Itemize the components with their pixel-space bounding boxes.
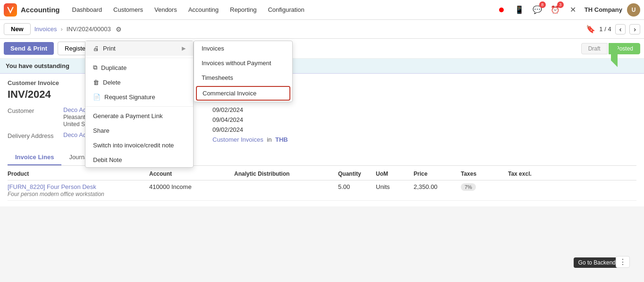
submenu-invoices-without-payment[interactable]: Invoices without Payment [194, 56, 292, 70]
switch-label: Switch into invoice/credit note [93, 142, 174, 149]
breadcrumb-separator: › [60, 26, 62, 33]
nav-dashboard[interactable]: Dashboard [68, 4, 107, 15]
col-uom: UoM [376, 171, 414, 177]
col-tax-excl: Tax excl. [508, 171, 622, 177]
app-logo [4, 3, 17, 17]
red-dot-icon [495, 3, 508, 17]
new-button[interactable]: New [4, 23, 31, 35]
timer-icon[interactable]: ⏰ 3 [549, 3, 562, 17]
customer-label: Customer [8, 106, 59, 114]
chat-icon[interactable]: 💬 8 [531, 3, 544, 17]
menu-duplicate[interactable]: ⧉ Duplicate [85, 60, 193, 75]
status-posted[interactable]: Posted [609, 43, 640, 54]
menu-divider-1 [85, 58, 193, 58]
menu-switch[interactable]: Switch into invoice/credit note [85, 138, 193, 153]
breadcrumb-parent[interactable]: Invoices [34, 26, 57, 33]
menu-request-signature[interactable]: 📄 Request Signature [85, 90, 193, 104]
col-analytic: Analytic Distribution [234, 171, 338, 177]
due-date-value: 09/04/2024 [212, 116, 243, 123]
row-quantity: 5.00 [338, 183, 376, 190]
request-signature-label: Request Signature [104, 94, 155, 101]
debit-note-label: Debit Note [93, 156, 122, 163]
col-product: Product [8, 171, 149, 177]
share-label: Share [93, 127, 110, 134]
invoice-date-field: Invoice Date 09/02/2024 [155, 106, 636, 113]
status-draft[interactable]: Draft [581, 43, 608, 54]
go-to-backend-tooltip: Go to Backend [574, 257, 620, 268]
menu-generate-payment-link[interactable]: Generate a Payment Link [85, 109, 193, 123]
submenu-commercial-invoice[interactable]: Commercial Invoice [196, 86, 290, 101]
more-options-button[interactable]: ⋮ [616, 256, 630, 268]
delivery-address-label: Delivery Address [8, 131, 59, 139]
row-account: 410000 Income [149, 183, 234, 190]
user-avatar[interactable]: U [627, 3, 640, 17]
nav-reporting[interactable]: Reporting [225, 4, 261, 15]
col-price: Price [414, 171, 461, 177]
close-icon[interactable]: ✕ [567, 3, 580, 17]
duplicate-label: Duplicate [101, 64, 127, 71]
right-fields: Invoice Date 09/02/2024 Due Date 09/04/2… [155, 106, 636, 146]
next-record-button[interactable]: › [629, 24, 640, 34]
nav-accounting[interactable]: Accounting [184, 4, 223, 15]
send-print-button[interactable]: Send & Print [4, 42, 54, 55]
top-navigation: Accounting Dashboard Customers Vendors A… [0, 0, 644, 20]
print-submenu: Invoices Invoices without Payment Timesh… [194, 41, 293, 102]
generate-payment-label: Generate a Payment Link [93, 112, 162, 120]
delivery-date-field: Delivery Date 09/02/2024 [155, 126, 636, 133]
signature-icon: 📄 [93, 94, 101, 101]
submenu-timesheets[interactable]: Timesheets [194, 70, 292, 85]
menu-divider-2 [85, 106, 193, 107]
journal-link[interactable]: Customer Invoices [212, 136, 263, 143]
row-price: 2,350.00 [414, 183, 461, 190]
print-icon: 🖨 [93, 45, 99, 52]
prev-record-button[interactable]: ‹ [615, 24, 626, 34]
row-product: [FURN_8220] Four Person Desk Four person… [8, 183, 149, 197]
row-uom: Units [376, 183, 414, 190]
menu-print[interactable]: 🖨 Print ▶ [85, 41, 193, 56]
submenu-arrow-icon: ▶ [182, 45, 186, 51]
delete-label: Delete [103, 79, 121, 86]
duplicate-icon: ⧉ [93, 64, 97, 71]
nav-configuration[interactable]: Configuration [263, 4, 309, 15]
tax-badge: 7% [461, 183, 476, 191]
print-dropdown-menu: 🖨 Print ▶ ⧉ Duplicate 🗑 Delete 📄 Request… [85, 41, 194, 168]
timer-badge: 3 [557, 1, 564, 8]
support-icon[interactable]: 📱 [513, 3, 526, 17]
chat-badge: 8 [539, 1, 546, 8]
settings-gear-icon[interactable]: ⚙ [116, 26, 122, 33]
table-row: [FURN_8220] Four Person Desk Four person… [8, 180, 636, 201]
topnav-icons: 📱 💬 8 ⏰ 3 ✕ TH Company U [495, 3, 640, 17]
journal-in: in [267, 136, 271, 143]
print-label: Print [103, 45, 116, 52]
nav-vendors[interactable]: Vendors [150, 4, 182, 15]
table-header: Product Account Analytic Distribution Qu… [8, 168, 636, 180]
tab-invoice-lines[interactable]: Invoice Lines [8, 150, 61, 165]
journal-value: Customer Invoices in THB [212, 136, 288, 143]
banner-text: You have outstanding [6, 62, 69, 69]
bookmark-icon[interactable]: 🔖 [586, 25, 595, 34]
row-taxes: 7% [461, 183, 508, 190]
col-actions [622, 171, 636, 177]
record-count: 1 / 4 [599, 26, 611, 33]
invoice-lines-table: Product Account Analytic Distribution Qu… [8, 168, 636, 201]
product-link[interactable]: [FURN_8220] Four Person Desk [8, 183, 96, 190]
subheader: New Invoices › INV/2024/00003 ⚙ 🔖 1 / 4 … [0, 20, 644, 39]
delete-icon: 🗑 [93, 79, 99, 86]
invoice-date-value: 09/02/2024 [212, 106, 243, 113]
status-bar: Draft Posted [581, 43, 640, 54]
product-description: Four person modern office workstation [8, 191, 104, 197]
journal-field: Journal Customer Invoices in THB [155, 136, 636, 143]
journal-currency: THB [275, 136, 288, 143]
menu-share[interactable]: Share [85, 123, 193, 138]
col-account: Account [149, 171, 234, 177]
col-quantity: Quantity [338, 171, 376, 177]
col-taxes: Taxes [461, 171, 508, 177]
submenu-invoices[interactable]: Invoices [194, 41, 292, 56]
nav-customers[interactable]: Customers [109, 4, 148, 15]
company-name: TH Company [585, 6, 622, 13]
due-date-field: Due Date 09/04/2024 [155, 116, 636, 123]
menu-debit-note[interactable]: Debit Note [85, 153, 193, 167]
delivery-date-value: 09/02/2024 [212, 126, 243, 133]
breadcrumb-current: INV/2024/00003 [67, 26, 111, 33]
menu-delete[interactable]: 🗑 Delete [85, 75, 193, 90]
